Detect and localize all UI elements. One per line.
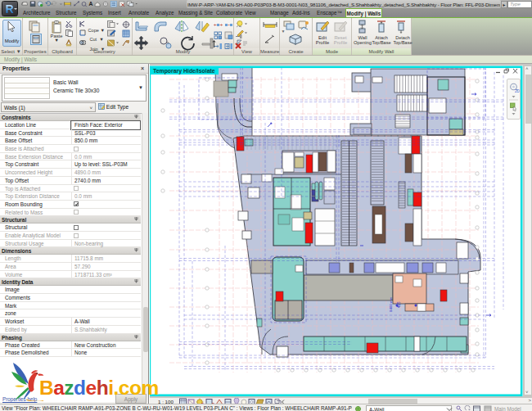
svg-text:9400 mm: 9400 mm	[389, 296, 393, 312]
svg-text:2D: 2D	[515, 89, 520, 93]
svg-text:A: A	[88, 1, 92, 7]
